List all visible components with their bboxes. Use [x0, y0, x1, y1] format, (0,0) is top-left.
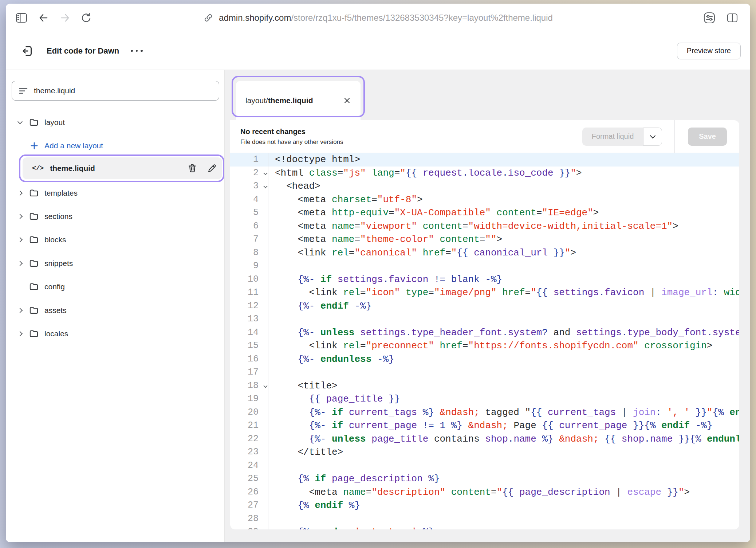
code-line[interactable]: 26 <meta name="description" content="{{ … — [230, 486, 739, 499]
add-new-layout-link[interactable]: Add a new layout — [6, 134, 224, 157]
format-liquid-dropdown[interactable] — [643, 128, 662, 146]
code-line-text[interactable]: <meta name="theme-color" content=""> — [268, 233, 739, 246]
chevron-right-icon[interactable] — [18, 215, 22, 218]
code-line-text[interactable]: <meta charset="utf-8"> — [268, 193, 739, 207]
sidebar-item-layout[interactable]: layout — [6, 111, 224, 134]
code-line-text[interactable]: {%- endunless -%} — [268, 353, 739, 366]
sidebar-item-blocks[interactable]: blocks — [6, 228, 224, 251]
code-line[interactable]: 14 {%- unless settings.type_header_font.… — [230, 326, 739, 340]
code-line-text[interactable]: {% if page_description %} — [268, 472, 739, 486]
code-line[interactable]: 10 {%- if settings.favicon != blank -%} — [230, 273, 739, 286]
chevron-right-icon[interactable] — [18, 191, 22, 195]
code-line[interactable]: 24 — [230, 459, 739, 473]
code-line[interactable]: 2<html class="js" lang="{{ request.local… — [230, 167, 739, 180]
code-line[interactable]: 11 <link rel="icon" type="image/png" hre… — [230, 286, 739, 300]
code-line[interactable]: 29 {% render 'meta-tags' %} — [230, 525, 739, 529]
code-line[interactable]: 27 {% endif %} — [230, 499, 739, 512]
trash-icon[interactable] — [187, 163, 197, 173]
code-line[interactable]: 19 {{ page_title }} — [230, 392, 739, 406]
code-line[interactable]: 15 <link rel="preconnect" href="https://… — [230, 339, 739, 353]
pencil-icon[interactable] — [207, 163, 217, 173]
desktop: admin.shopify.com/store/rzq1xu-f5/themes… — [0, 0, 756, 548]
code-line-text[interactable]: {% endif %} — [268, 499, 739, 512]
code-line[interactable]: 17 — [230, 366, 739, 379]
code-line[interactable]: 23 </title> — [230, 446, 739, 459]
forward-icon[interactable] — [59, 4, 71, 32]
code-line[interactable]: 25 {% if page_description %} — [230, 472, 739, 486]
code-line-text[interactable]: {%- endif -%} — [268, 300, 739, 313]
code-line-text[interactable]: <link rel="icon" type="image/png" href="… — [268, 286, 739, 300]
code-line-text[interactable]: <!doctype html> — [268, 153, 739, 167]
reload-icon[interactable] — [80, 4, 92, 32]
sidebar-item-templates[interactable]: templates — [6, 181, 224, 205]
code-line-text[interactable]: {%- unless settings.type_header_font.sys… — [268, 326, 739, 340]
tab-close-icon[interactable] — [343, 97, 351, 105]
code-line[interactable]: 18 <title> — [230, 379, 739, 393]
chevron-right-icon[interactable] — [18, 309, 22, 312]
code-line[interactable]: 4 <meta charset="utf-8"> — [230, 193, 739, 207]
format-liquid-button[interactable]: Format liquid — [582, 128, 643, 146]
code-line[interactable]: 6 <meta name="viewport" content="width=d… — [230, 220, 739, 233]
fold-toggle-icon[interactable] — [263, 384, 267, 388]
sidebar-item-snippets[interactable]: snippets — [6, 252, 224, 275]
code-line[interactable]: 1<!doctype html> — [230, 153, 739, 167]
save-button[interactable]: Save — [688, 128, 727, 146]
code-editor[interactable]: 1<!doctype html>2<html class="js" lang="… — [230, 153, 739, 529]
code-line-text[interactable]: <meta name="description" content="{{ pag… — [268, 486, 739, 499]
more-dots-icon[interactable] — [131, 50, 143, 52]
back-icon[interactable] — [37, 4, 50, 32]
code-line-text[interactable]: <link rel="canonical" href="{{ canonical… — [268, 246, 739, 260]
code-line-text[interactable]: {% render 'meta-tags' %} — [268, 525, 739, 529]
chevron-right-icon[interactable] — [18, 262, 22, 265]
tab-theme-liquid[interactable]: layout/theme.liquid — [236, 81, 361, 120]
code-line-text[interactable] — [268, 459, 739, 473]
code-line-text[interactable]: </title> — [268, 446, 739, 459]
split-view-icon[interactable] — [726, 4, 739, 32]
folder-icon — [29, 118, 39, 127]
code-line-text[interactable]: {%- unless page_title contains shop.name… — [268, 432, 739, 446]
code-line[interactable]: 8 <link rel="canonical" href="{{ canonic… — [230, 246, 739, 260]
code-line[interactable]: 21 {%- if current_page != 1 %} &ndash; P… — [230, 419, 739, 432]
code-line-text[interactable]: <meta http-equiv="X-UA-Compatible" conte… — [268, 206, 739, 220]
code-line-text[interactable]: <html class="js" lang="{{ request.locale… — [268, 167, 739, 180]
sidebar-toggle-icon[interactable] — [15, 4, 28, 32]
code-line[interactable]: 12 {%- endif -%} — [230, 300, 739, 313]
code-line-text[interactable] — [268, 313, 739, 326]
code-line-text[interactable]: {%- if settings.favicon != blank -%} — [268, 273, 739, 286]
exit-icon[interactable] — [20, 44, 34, 58]
code-line-text[interactable]: <head> — [268, 180, 739, 193]
code-line-text[interactable]: {%- if current_page != 1 %} &ndash; Page… — [268, 419, 739, 432]
code-line[interactable]: 20 {%- if current_tags %} &ndash; tagged… — [230, 406, 739, 419]
code-line-text[interactable]: <meta name="viewport" content="width=dev… — [268, 220, 739, 233]
code-line[interactable]: 28 — [230, 512, 739, 526]
sidebar-item-locales[interactable]: locales — [6, 322, 224, 345]
sidebar-item-theme-liquid[interactable]: </> theme.liquid — [23, 157, 222, 179]
code-line[interactable]: 22 {%- unless page_title contains shop.n… — [230, 432, 739, 446]
code-line[interactable]: 7 <meta name="theme-color" content=""> — [230, 233, 739, 246]
code-line[interactable]: 5 <meta http-equiv="X-UA-Compatible" con… — [230, 206, 739, 220]
code-line[interactable]: 9 — [230, 259, 739, 273]
code-line-text[interactable]: <link rel="preconnect" href="https://fon… — [268, 339, 739, 353]
code-line[interactable]: 3 <head> — [230, 180, 739, 193]
preview-store-button[interactable]: Preview store — [677, 43, 741, 59]
code-line-text[interactable]: {%- if current_tags %} &ndash; tagged "{… — [268, 406, 739, 419]
chevron-right-icon[interactable] — [18, 238, 22, 242]
format-liquid-split-button: Format liquid — [582, 128, 662, 146]
sidebar-item-assets[interactable]: assets — [6, 299, 224, 322]
fold-toggle-icon[interactable] — [263, 184, 267, 188]
code-line[interactable]: 16 {%- endunless -%} — [230, 353, 739, 366]
code-line-text[interactable] — [268, 259, 739, 273]
sidebar-item-config[interactable]: config — [6, 275, 224, 298]
code-line-text[interactable]: {{ page_title }} — [268, 392, 739, 406]
chevron-right-icon[interactable] — [18, 332, 22, 336]
code-line-text[interactable] — [268, 366, 739, 379]
fold-toggle-icon[interactable] — [263, 171, 267, 175]
code-line-text[interactable] — [268, 512, 739, 526]
code-line[interactable]: 13 — [230, 313, 739, 326]
chevron-down-icon[interactable] — [18, 121, 22, 124]
sidebar-item-sections[interactable]: sections — [6, 205, 224, 228]
line-number: 21 — [230, 419, 268, 432]
page-settings-icon[interactable] — [703, 4, 716, 32]
code-line-text[interactable]: <title> — [268, 379, 739, 393]
address-bar[interactable]: admin.shopify.com/store/rzq1xu-f5/themes… — [203, 4, 553, 32]
